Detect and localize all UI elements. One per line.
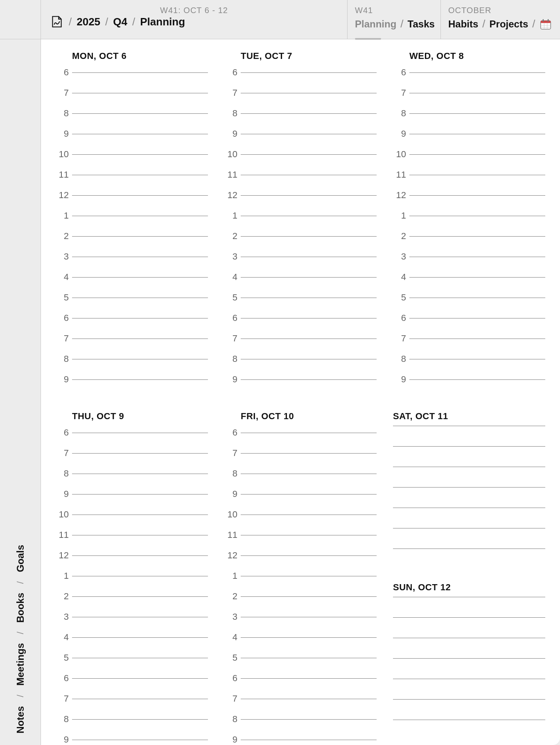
note-line[interactable]: [393, 597, 545, 617]
hour-row[interactable]: 7: [56, 689, 208, 709]
note-line[interactable]: [393, 467, 545, 487]
hour-row[interactable]: 7: [224, 328, 377, 349]
note-line[interactable]: [393, 446, 545, 467]
note-line[interactable]: [393, 658, 545, 679]
hour-row[interactable]: 9: [224, 484, 377, 504]
sidebar-link-meetings[interactable]: Meetings: [15, 643, 26, 686]
hour-row[interactable]: 11: [224, 165, 377, 185]
hour-row[interactable]: 11: [56, 165, 208, 185]
hour-row[interactable]: 7: [224, 83, 377, 103]
hour-row[interactable]: 1: [224, 566, 377, 586]
hour-row[interactable]: 7: [56, 443, 208, 463]
hour-row[interactable]: 1: [56, 205, 208, 226]
tab-habits[interactable]: Habits: [448, 18, 478, 30]
note-line[interactable]: [393, 699, 545, 720]
note-line[interactable]: [393, 617, 545, 638]
tab-planning[interactable]: Planning: [355, 18, 396, 30]
hour-row[interactable]: 12: [224, 185, 377, 205]
hour-row[interactable]: 7: [224, 689, 377, 709]
hour-row[interactable]: 9: [56, 369, 208, 390]
hour-row[interactable]: 5: [393, 287, 545, 308]
hour-row[interactable]: 6: [56, 668, 208, 689]
hour-row[interactable]: 9: [56, 484, 208, 504]
hour-row[interactable]: 8: [224, 103, 377, 124]
note-line[interactable]: [393, 528, 545, 549]
hour-row[interactable]: 12: [224, 545, 377, 566]
note-line[interactable]: [393, 549, 545, 569]
hour-row[interactable]: 1: [393, 205, 545, 226]
hour-row[interactable]: 10: [393, 144, 545, 165]
note-line[interactable]: [393, 426, 545, 446]
hour-row[interactable]: 10: [224, 504, 377, 525]
hour-row[interactable]: 3: [224, 246, 377, 267]
hour-row[interactable]: 7: [393, 328, 545, 349]
hour-row[interactable]: 6: [224, 62, 377, 83]
home-icon[interactable]: [50, 15, 64, 29]
sidebar-link-notes[interactable]: Notes: [15, 706, 26, 734]
hour-row[interactable]: 7: [56, 328, 208, 349]
hour-row[interactable]: 2: [56, 586, 208, 607]
tab-projects[interactable]: Projects: [490, 18, 528, 30]
hour-row[interactable]: 3: [393, 246, 545, 267]
hour-row[interactable]: 10: [56, 144, 208, 165]
hour-row[interactable]: 10: [56, 504, 208, 525]
hour-row[interactable]: 3: [56, 607, 208, 627]
hour-row[interactable]: 10: [224, 144, 377, 165]
hour-row[interactable]: 8: [224, 709, 377, 729]
hour-row[interactable]: 6: [224, 668, 377, 689]
hour-row[interactable]: 7: [56, 83, 208, 103]
hour-row[interactable]: 4: [56, 627, 208, 648]
crumb-quarter[interactable]: Q4: [113, 16, 127, 28]
hour-row[interactable]: 4: [393, 267, 545, 287]
hour-row[interactable]: 3: [56, 246, 208, 267]
hour-row[interactable]: 9: [56, 124, 208, 144]
crumb-year[interactable]: 2025: [77, 16, 100, 28]
hour-row[interactable]: 7: [224, 443, 377, 463]
hour-row[interactable]: 8: [56, 103, 208, 124]
hour-row[interactable]: 7: [393, 83, 545, 103]
hour-row[interactable]: 8: [56, 709, 208, 729]
hour-row[interactable]: 8: [56, 349, 208, 369]
hour-row[interactable]: 9: [224, 369, 377, 390]
hour-row[interactable]: 2: [224, 226, 377, 246]
hour-row[interactable]: 5: [56, 648, 208, 668]
hour-row[interactable]: 6: [224, 422, 377, 443]
hour-row[interactable]: 12: [393, 185, 545, 205]
hour-row[interactable]: 6: [56, 422, 208, 443]
hour-row[interactable]: 4: [224, 627, 377, 648]
tab-tasks[interactable]: Tasks: [408, 18, 435, 30]
hour-row[interactable]: 11: [56, 525, 208, 545]
hour-row[interactable]: 5: [56, 287, 208, 308]
hour-row[interactable]: 5: [224, 648, 377, 668]
note-line[interactable]: [393, 638, 545, 658]
hour-row[interactable]: 8: [393, 349, 545, 369]
hour-row[interactable]: 8: [224, 349, 377, 369]
sidebar-link-goals[interactable]: Goals: [15, 545, 26, 572]
hour-row[interactable]: 9: [224, 124, 377, 144]
hour-row[interactable]: 6: [56, 308, 208, 328]
hour-row[interactable]: 4: [224, 267, 377, 287]
hour-row[interactable]: 11: [224, 525, 377, 545]
hour-row[interactable]: 11: [393, 165, 545, 185]
note-line[interactable]: [393, 679, 545, 699]
note-line[interactable]: [393, 487, 545, 508]
sidebar-link-books[interactable]: Books: [15, 593, 26, 623]
hour-row[interactable]: 6: [393, 62, 545, 83]
hour-row[interactable]: 2: [224, 586, 377, 607]
hour-row[interactable]: 9: [56, 729, 208, 745]
hour-row[interactable]: 2: [393, 226, 545, 246]
hour-row[interactable]: 8: [56, 463, 208, 484]
note-line[interactable]: [393, 508, 545, 528]
hour-row[interactable]: 6: [56, 62, 208, 83]
note-line[interactable]: [393, 720, 545, 740]
hour-row[interactable]: 5: [224, 287, 377, 308]
calendar-icon[interactable]: [540, 18, 552, 30]
hour-row[interactable]: 12: [56, 545, 208, 566]
hour-row[interactable]: 6: [393, 308, 545, 328]
hour-row[interactable]: 9: [393, 369, 545, 390]
hour-row[interactable]: 9: [393, 124, 545, 144]
hour-row[interactable]: 8: [393, 103, 545, 124]
hour-row[interactable]: 12: [56, 185, 208, 205]
hour-row[interactable]: 4: [56, 267, 208, 287]
hour-row[interactable]: 8: [224, 463, 377, 484]
